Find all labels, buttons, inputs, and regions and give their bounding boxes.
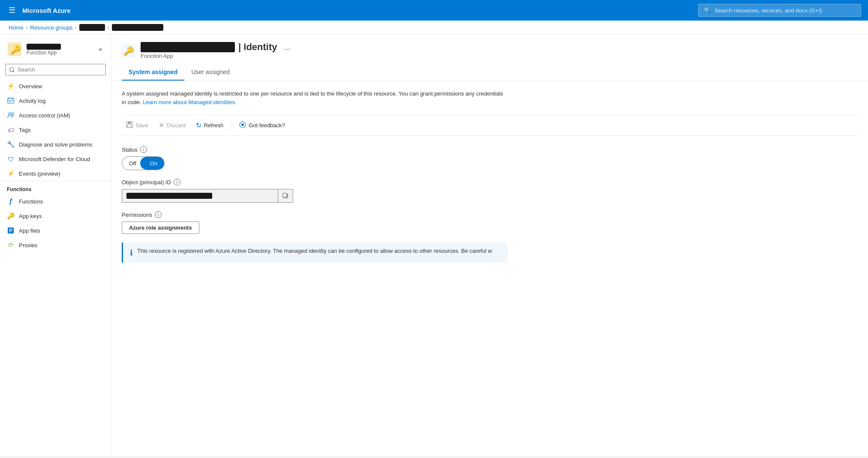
hamburger-menu[interactable]: ☰ <box>7 4 17 17</box>
svg-rect-21 <box>283 193 287 197</box>
breadcrumb-app-name <box>112 24 163 31</box>
sidebar-item-label: Tags <box>19 127 30 133</box>
sidebar-item-label: Diagnose and solve problems <box>19 141 92 148</box>
sidebar-search-container[interactable] <box>0 60 111 79</box>
sidebar-item-diagnose[interactable]: 🔧 Diagnose and solve problems <box>0 137 111 152</box>
sidebar-item-access-control[interactable]: Access control (IAM) <box>0 108 111 123</box>
sidebar-collapse-button[interactable]: « <box>97 44 104 55</box>
sidebar-item-label: App files <box>19 228 40 234</box>
breadcrumb-home[interactable]: Home <box>9 24 24 31</box>
status-label: Status i <box>122 146 858 153</box>
save-label: Save <box>135 122 148 129</box>
global-search-bar[interactable]: 🔍 Search resources, services, and docs (… <box>698 4 861 17</box>
breadcrumb-resource-group-name <box>79 24 105 31</box>
feedback-label: Got feedback? <box>249 122 285 129</box>
sidebar-header: 🔑 Function App « <box>0 35 111 60</box>
discard-label: Discard <box>167 122 186 129</box>
sidebar-item-label: Functions <box>19 198 43 205</box>
breadcrumb-sep-1: › <box>26 25 28 30</box>
svg-text:🔑: 🔑 <box>10 45 21 55</box>
page-layout: 🔑 Function App « ⚡ Overview <box>0 35 868 456</box>
toolbar: Save ✕ Discard ↻ Refresh <box>122 115 858 136</box>
object-id-label: Object (principal) ID i <box>122 179 858 186</box>
sidebar-navigation: ⚡ Overview Activity log <box>0 79 111 456</box>
svg-rect-3 <box>9 98 9 99</box>
sidebar-item-activity-log[interactable]: Activity log <box>0 93 111 108</box>
svg-rect-16 <box>128 122 131 124</box>
page-header: 🔑 | Identity ... Function App System ass… <box>111 35 868 81</box>
search-placeholder: Search resources, services, and docs (G+… <box>715 7 822 14</box>
breadcrumb-sep-2: › <box>75 25 77 30</box>
sidebar-app-type: Function App <box>27 50 93 56</box>
diagnose-icon: 🔧 <box>7 141 15 148</box>
breadcrumb-sep-3: › <box>108 25 109 30</box>
learn-more-link[interactable]: Learn more about Managed identities. <box>143 99 237 105</box>
refresh-button[interactable]: ↻ Refresh <box>192 119 228 132</box>
sidebar-item-tags[interactable]: 🏷 Tags <box>0 123 111 137</box>
page-title-block: | Identity ... Function App <box>141 42 291 59</box>
sidebar-item-label: Events (preview) <box>19 171 60 177</box>
sidebar-item-proxies[interactable]: ⟳ Proxies <box>0 238 111 252</box>
save-icon <box>126 121 133 129</box>
events-icon: ⚡ <box>7 170 15 177</box>
svg-point-7 <box>9 113 11 115</box>
feedback-icon <box>239 121 246 129</box>
copy-object-id-button[interactable] <box>278 189 293 203</box>
sidebar-item-label: Microsoft Defender for Cloud <box>19 156 90 162</box>
toolbar-divider <box>231 121 231 130</box>
permissions-info-icon[interactable]: i <box>155 211 162 218</box>
sidebar: 🔑 Function App « ⚡ Overview <box>0 35 111 456</box>
object-id-field <box>122 189 293 203</box>
app-keys-icon: 🔑 <box>7 212 15 220</box>
discard-button[interactable]: ✕ Discard <box>154 119 190 132</box>
status-field-group: Status i Off On <box>122 146 858 170</box>
overview-icon: ⚡ <box>7 82 15 90</box>
sidebar-item-functions[interactable]: ƒ Functions <box>0 194 111 209</box>
sidebar-search-input[interactable] <box>5 64 106 75</box>
sidebar-item-overview[interactable]: ⚡ Overview <box>0 79 111 93</box>
svg-point-19 <box>241 123 244 126</box>
refresh-label: Refresh <box>204 122 224 129</box>
sidebar-item-label: App keys <box>19 213 42 219</box>
breadcrumb-resource-groups[interactable]: Resource groups <box>30 24 72 31</box>
svg-rect-4 <box>12 98 13 99</box>
status-info-icon[interactable]: i <box>140 146 147 153</box>
toggle-on-label: On <box>143 160 164 167</box>
sidebar-item-defender[interactable]: 🛡 Microsoft Defender for Cloud <box>0 152 111 166</box>
function-app-icon: 🔑 <box>7 42 22 57</box>
functions-section-label: Functions <box>0 181 111 194</box>
tags-icon: 🏷 <box>7 126 15 134</box>
sidebar-item-label: Access control (IAM) <box>19 112 70 119</box>
app-files-icon <box>7 227 15 234</box>
info-banner-text: This resource is registered with Azure A… <box>137 248 492 254</box>
more-options-button[interactable]: ... <box>284 43 291 52</box>
page-icon: 🔑 <box>122 44 135 57</box>
main-content: 🔑 | Identity ... Function App System ass… <box>111 35 868 456</box>
svg-text:🔑: 🔑 <box>123 46 134 56</box>
sidebar-item-label: Proxies <box>19 242 37 248</box>
info-banner-icon: ℹ <box>130 248 133 257</box>
feedback-button[interactable]: Got feedback? <box>235 119 289 132</box>
tab-user-assigned[interactable]: User assigned <box>184 64 237 81</box>
info-banner: ℹ This resource is registered with Azure… <box>122 242 508 263</box>
page-subtitle: Function App <box>141 53 291 59</box>
tab-system-assigned[interactable]: System assigned <box>122 64 184 81</box>
save-button[interactable]: Save <box>122 119 153 132</box>
refresh-icon: ↻ <box>196 121 201 129</box>
sidebar-item-app-keys[interactable]: 🔑 App keys <box>0 209 111 223</box>
svg-rect-17 <box>127 125 132 127</box>
sidebar-app-info: Function App <box>27 43 93 56</box>
top-navigation: ☰ Microsoft Azure 🔍 Search resources, se… <box>0 0 868 21</box>
page-title-row: 🔑 | Identity ... Function App <box>122 42 858 59</box>
status-toggle[interactable]: Off On <box>122 156 165 170</box>
toggle-off-label: Off <box>122 160 143 167</box>
azure-role-assignments-button[interactable]: Azure role assignments <box>122 222 199 234</box>
activity-log-icon <box>7 97 15 105</box>
discard-icon: ✕ <box>159 121 164 129</box>
sidebar-item-app-files[interactable]: App files <box>0 223 111 238</box>
proxies-icon: ⟳ <box>7 241 15 249</box>
svg-point-8 <box>11 113 14 115</box>
breadcrumb: Home › Resource groups › › <box>0 21 868 35</box>
sidebar-item-events[interactable]: ⚡ Events (preview) <box>0 166 111 181</box>
object-id-info-icon[interactable]: i <box>174 179 180 186</box>
